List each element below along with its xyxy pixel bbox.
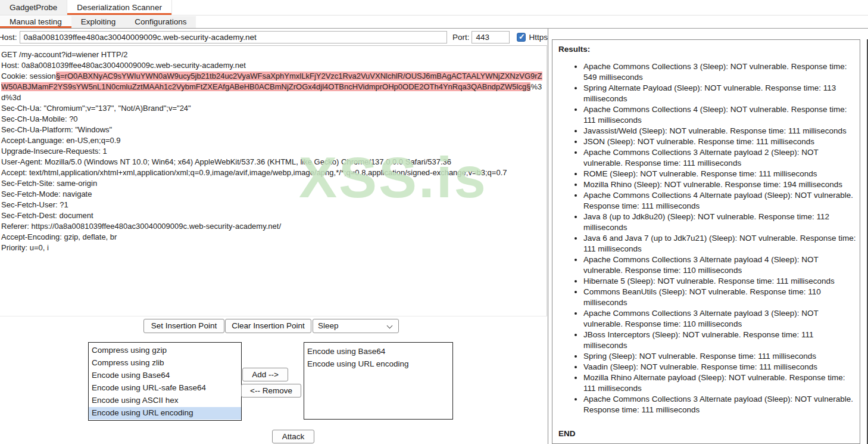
tab-configurations[interactable]: Configurations: [125, 16, 196, 28]
encoder-option[interactable]: Encode using URL encoding: [89, 407, 241, 420]
encoder-option[interactable]: Encode using URL-safe Base64: [89, 382, 241, 395]
encoder-option[interactable]: Encode using Base64: [89, 370, 241, 382]
add-encoder-button[interactable]: Add -->: [242, 368, 288, 381]
host-input[interactable]: [20, 31, 447, 44]
tab-deserialization-scanner[interactable]: Deserialization Scanner: [67, 0, 172, 15]
applied-encoder[interactable]: Encode using URL encoding: [304, 358, 452, 371]
result-item: Java 8 (up to Jdk8u20) (Sleep): NOT vuln…: [583, 212, 857, 233]
request-line: Referer: https://0a8a0081039ffee480ac300…: [1, 221, 545, 232]
request-line: Sec-Fetch-Mode: navigate: [1, 189, 545, 200]
available-encoders-list[interactable]: Compress using gzipCompress using zlibEn…: [88, 342, 242, 421]
main-tab-bar: GadgetProbe Deserialization Scanner: [0, 0, 868, 15]
tab-exploiting[interactable]: Exploiting: [71, 16, 126, 28]
applied-encoder[interactable]: Encode using Base64: [304, 346, 452, 358]
payload-type-value: Sleep: [318, 321, 339, 330]
request-line: Host: 0a8a0081039ffee480ac30040009009c.w…: [1, 60, 545, 71]
result-item: Apache Commons Collections 3 (Sleep): NO…: [583, 61, 857, 83]
sub-tab-bar: Manual testing Exploiting Configurations: [0, 16, 868, 29]
request-line: Accept-Encoding: gzip, deflate, br: [1, 232, 545, 243]
results-end-marker: END: [558, 429, 857, 439]
result-item: JBoss Interceptors (Sleep): NOT vulnerab…: [583, 330, 857, 351]
result-item: Javassist/Weld (Sleep): NOT vulnerable. …: [583, 126, 857, 136]
result-item: Apache Commons Collections 3 Alternate p…: [583, 147, 857, 169]
result-item: Apache Commons Collections 4 (Sleep): NO…: [583, 104, 857, 126]
result-item: Java 6 and Java 7 (up to Jdk7u21) (Sleep…: [583, 233, 857, 254]
port-label: Port:: [452, 33, 470, 42]
request-line: Upgrade-Insecure-Requests: 1: [1, 146, 545, 157]
request-line: User-Agent: Mozilla/5.0 (Windows NT 10.0…: [1, 157, 545, 167]
request-editor[interactable]: GET /my-account?id=wiener HTTP/2Host: 0a…: [0, 45, 547, 316]
results-panel: Results: Apache Commons Collections 3 (S…: [548, 29, 868, 444]
request-lines-after: Sec-Ch-Ua: "Chromium";v="137", "Not/A)Br…: [1, 103, 545, 253]
request-line: Sec-Fetch-Dest: document: [1, 210, 545, 221]
result-item: ROME (Sleep): NOT vulnerable. Response t…: [583, 169, 857, 179]
result-item: Vaadin (Sleep): NOT vulnerable. Response…: [583, 362, 857, 372]
request-lines-before: GET /my-account?id=wiener HTTP/2Host: 0a…: [1, 49, 545, 71]
request-line: Priority: u=0, i: [1, 243, 545, 253]
result-item: Apache Commons Collections 3 Alternate p…: [583, 308, 857, 330]
results-list: Apache Commons Collections 3 (Sleep): NO…: [558, 61, 857, 415]
applied-encoders-list[interactable]: Encode using Base64Encode using URL enco…: [304, 342, 453, 420]
result-item: Spring Alternate Payload (Sleep): NOT vu…: [583, 83, 857, 104]
cookie-prefix: Cookie: session: [1, 72, 56, 80]
result-item: JSON (Sleep): NOT vulnerable. Response t…: [583, 136, 857, 147]
tab-gadgetprobe[interactable]: GadgetProbe: [0, 0, 67, 15]
target-config-row: Host: Port: Https: [0, 29, 548, 45]
host-label: Host:: [0, 33, 17, 42]
remove-encoder-button[interactable]: <-- Remove: [241, 384, 301, 398]
chevron-down-icon: [387, 323, 393, 329]
request-line: Sec-Fetch-Site: same-origin: [1, 178, 545, 189]
request-line: Sec-Fetch-User: ?1: [1, 200, 545, 210]
request-line: Sec-Ch-Ua-Platform: "Windows": [1, 125, 545, 135]
attack-button[interactable]: Attack: [272, 430, 314, 443]
results-title: Results:: [558, 44, 857, 55]
request-line: Sec-Ch-Ua: "Chromium";v="137", "Not/A)Br…: [1, 103, 545, 114]
result-item: Apache Commons Collections 4 Alternate p…: [583, 190, 857, 212]
payload-type-dropdown[interactable]: Sleep: [313, 319, 399, 333]
request-line: GET /my-account?id=wiener HTTP/2: [1, 49, 545, 60]
result-item: Spring (Sleep): NOT vulnerable. Response…: [583, 351, 857, 362]
result-item: Commons BeanUtils (Sleep): NOT vulnerabl…: [583, 287, 857, 308]
results-output[interactable]: Results: Apache Commons Collections 3 (S…: [552, 39, 860, 444]
result-item: Hibernate 5 (Sleep): NOT vulnerable. Res…: [583, 276, 857, 287]
result-item: Mozilla Rhino (Sleep): NOT vulnerable. R…: [583, 179, 857, 190]
port-input[interactable]: [472, 31, 510, 44]
result-item: Mozilla Rhino Alternate payload (Sleep):…: [583, 372, 857, 394]
result-item: Apache Commons Collections 3 Alternate p…: [583, 394, 857, 415]
request-line: Accept: text/html,application/xhtml+xml,…: [1, 167, 545, 178]
result-item: Apache Commons Collections 3 Alternate p…: [583, 254, 857, 276]
tab-manual-testing[interactable]: Manual testing: [0, 16, 71, 28]
https-label: Https: [529, 33, 548, 42]
set-insertion-point-button[interactable]: Set Insertion Point: [143, 319, 224, 333]
cookie-line: Cookie: session§=rO0ABXNyAC9sYWIuYWN0aW9…: [1, 71, 545, 103]
encoder-option[interactable]: Compress using gzip: [89, 344, 241, 357]
request-line: Sec-Ch-Ua-Mobile: ?0: [1, 114, 545, 125]
insertion-point-highlight[interactable]: §=rO0ABXNyAC9sYWIuYWN0aW9ucy5jb21tb24uc2…: [1, 72, 542, 91]
encoder-option[interactable]: Compress using zlib: [89, 357, 241, 370]
encoder-option[interactable]: Encode using ASCII hex: [89, 395, 241, 407]
request-line: Accept-Language: en-US,en;q=0.9: [1, 135, 545, 146]
https-checkbox[interactable]: [517, 33, 526, 42]
clear-insertion-point-button[interactable]: Clear Insertion Point: [225, 319, 311, 333]
